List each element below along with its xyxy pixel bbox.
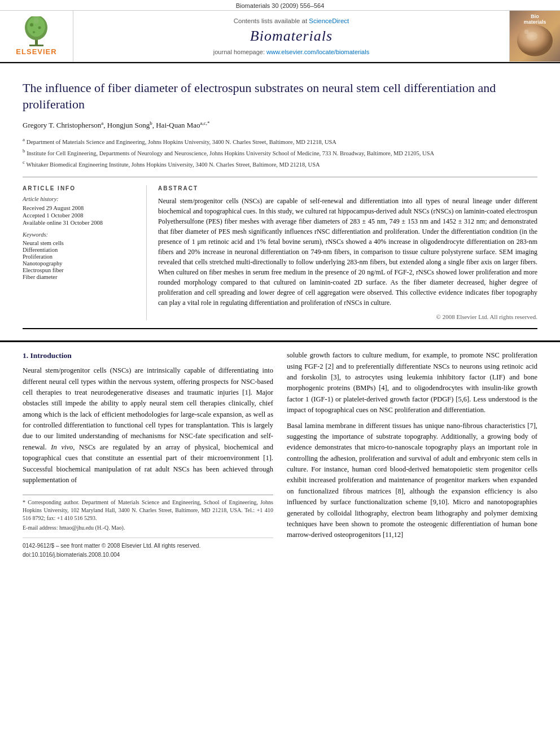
svg-point-10 — [524, 29, 529, 34]
svg-point-8 — [517, 25, 553, 56]
article-header-section: The influence of fiber diameter of elect… — [0, 63, 560, 342]
article-history-label: Article history: — [23, 196, 137, 202]
journal-header: Biomaterials 30 (2009) 556–564 — [0, 0, 560, 63]
authors: Gregory T. Christophersona, Hongjun Song… — [23, 120, 537, 130]
intro-paragraph-1: Neural stem/progenitor cells (NSCs) are … — [23, 365, 273, 486]
journal-thumbnail: Biomaterials — [509, 11, 560, 62]
keyword-4: Nanotopography — [23, 260, 137, 267]
homepage-prefix: journal homepage: — [213, 49, 266, 55]
svg-point-7 — [33, 18, 39, 24]
doi-bar: 0142-9612/$ – see front matter © 2008 El… — [23, 538, 273, 559]
affiliation-a: a Department of Materials Science and En… — [23, 136, 537, 146]
intro-paragraph-3: Basal lamina membrane in different tissu… — [287, 421, 537, 541]
keyword-1: Neural stem cells — [23, 240, 137, 246]
intro-heading: 1. Introduction — [23, 350, 273, 362]
elsevier-label: ELSEVIER — [16, 47, 56, 56]
body-right-column: soluble growth factors to culture medium… — [287, 350, 537, 559]
article-info-label: ARTICLE INFO — [23, 185, 137, 191]
affiliation-b: b Institute for Cell Engineering, Depart… — [23, 147, 537, 158]
citation-text: Biomaterials 30 (2009) 556–564 — [236, 2, 325, 9]
keyword-5: Electrospun fiber — [23, 267, 137, 273]
keyword-3: Proliferation — [23, 254, 137, 260]
intro-number: 1. — [23, 351, 28, 360]
svg-point-5 — [38, 27, 41, 29]
footnote-asterisk: * Corresponding author. Department of Ma… — [23, 499, 273, 522]
svg-point-6 — [33, 31, 35, 33]
abstract-column: ABSTRACT Neural stem/progenitor cells (N… — [147, 185, 537, 320]
homepage-link[interactable]: www.elsevier.com/locate/biomaterials — [266, 49, 369, 55]
thick-divider — [23, 328, 537, 329]
copyright-line: © 2008 Elsevier Ltd. All rights reserved… — [158, 313, 537, 320]
intro-paragraph-2: soluble growth factors to culture medium… — [287, 350, 537, 416]
thumbnail-label: Biomaterials — [510, 14, 560, 25]
accepted-date: Accepted 1 October 2008 — [23, 212, 137, 219]
abstract-label: ABSTRACT — [158, 185, 537, 191]
sciencedirect-link[interactable]: ScienceDirect — [309, 18, 349, 24]
abstract-text: Neural stem/progenitor cells (NSCs) are … — [158, 196, 537, 308]
received-date: Received 29 August 2008 — [23, 205, 137, 211]
thumbnail-image-icon — [513, 19, 557, 59]
body-columns: 1. Introduction Neural stem/progenitor c… — [23, 350, 537, 559]
citation-bar: Biomaterials 30 (2009) 556–564 — [0, 0, 560, 10]
banner-row: ELSEVIER Contents lists available at Sci… — [0, 10, 560, 62]
journal-center: Contents lists available at ScienceDirec… — [73, 11, 509, 62]
affiliations: a Department of Materials Science and En… — [23, 136, 537, 169]
info-abstract-columns: ARTICLE INFO Article history: Received 2… — [23, 185, 537, 320]
intro-title: Introduction — [30, 351, 72, 360]
keyword-2: Differentiation — [23, 247, 137, 253]
article-title: The influence of fiber diameter of elect… — [23, 80, 537, 112]
section-divider — [23, 177, 537, 177]
sciencedirect-line: Contents lists available at ScienceDirec… — [234, 18, 349, 24]
svg-point-4 — [30, 23, 33, 27]
page-wrapper: Biomaterials 30 (2009) 556–564 — [0, 0, 560, 567]
article-info-column: ARTICLE INFO Article history: Received 2… — [23, 185, 147, 320]
svg-rect-1 — [29, 45, 43, 46]
elsevier-tree-icon — [18, 16, 55, 47]
doi-line: doi:10.1016/j.biomaterials.2008.10.004 — [23, 551, 273, 560]
body-left-column: 1. Introduction Neural stem/progenitor c… — [23, 350, 273, 559]
body-content: 1. Introduction Neural stem/progenitor c… — [0, 342, 560, 567]
footnote-section: * Corresponding author. Department of Ma… — [23, 495, 273, 532]
keyword-6: Fiber diameter — [23, 274, 137, 280]
affiliation-c: c Whitaker Biomedical Engineering Instit… — [23, 159, 537, 169]
footnote-email: E-mail address: hmao@jhu.edu (H.-Q. Mao)… — [23, 524, 273, 532]
journal-title-banner: Biomaterials — [250, 28, 333, 45]
elsevier-logo-box: ELSEVIER — [0, 11, 73, 62]
available-date: Available online 31 October 2008 — [23, 220, 137, 226]
keywords-label: Keywords: — [23, 231, 137, 238]
sciencedirect-prefix: Contents lists available at — [234, 18, 309, 24]
issn-line: 0142-9612/$ – see front matter © 2008 El… — [23, 541, 273, 551]
journal-homepage: journal homepage: www.elsevier.com/locat… — [213, 49, 369, 55]
